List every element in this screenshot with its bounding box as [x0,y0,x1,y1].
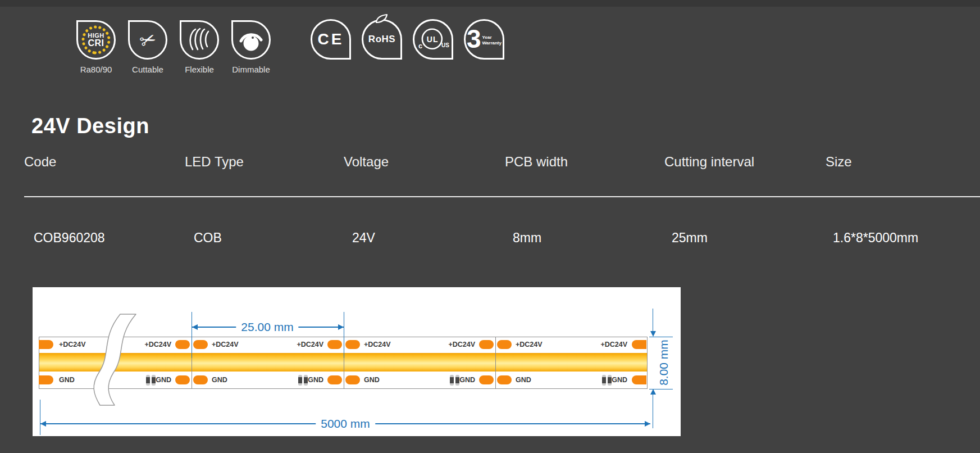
gnd-label: GND [212,376,227,384]
resistor-component [602,375,606,386]
gnd-label: GND [308,376,323,384]
dc24v-label: +DC24V [212,341,239,348]
page-title: 24V Design [31,114,149,138]
dc24v-label: +DC24V [144,341,171,348]
table-cell: 8mm [513,230,541,246]
solder-pad [193,375,208,384]
table-cell: 24V [352,230,375,246]
length-ext-left [40,400,40,435]
gnd-label: GND [59,376,75,384]
cul-listed-icon: c UL US [413,19,453,60]
column-header: Size [826,154,852,170]
resistor-component [608,375,612,386]
dc24v-label: +DC24V [448,341,475,348]
solder-pad [345,375,360,384]
column-header: PCB width [505,154,568,170]
feature-dimmable: Dimmable [231,20,271,74]
width-dimension-label: 8.00 mm [657,339,671,386]
gnd-label: GND [459,376,475,384]
dc24v-label: +DC24V [59,341,86,348]
resistor-component [146,375,150,386]
column-header: Code [24,154,56,170]
resistor-component [298,375,302,386]
feature-cuttable: ✂ Cuttable [128,20,167,74]
cri-badge-line2: CRI [88,39,104,48]
solder-pad [193,340,208,349]
table-cell: COB960208 [34,230,105,246]
width-arrow-up [650,389,656,395]
dc24v-label: +DC24V [516,341,543,348]
resistor-component [304,375,308,386]
gnd-label: GND [612,376,627,384]
solder-pad [632,340,646,349]
feature-label: Ra80/90 [80,65,112,74]
gnd-label: GND [364,376,380,384]
cul-us: US [441,42,449,48]
solder-pad [479,340,494,349]
solder-pad [497,375,512,384]
rohs-text: RoHS [368,34,395,45]
resistor-component [152,375,156,386]
column-header: Voltage [344,154,389,170]
warranty-caption1: Year [482,35,502,40]
dim-arrow-right [338,324,344,330]
feature-label: Flexible [185,65,214,74]
table-cell: 1.6*8*5000mm [833,230,918,246]
gnd-label: GND [156,376,171,384]
solder-pad [327,340,342,349]
dim-ext-line [344,312,344,358]
solder-pad [632,375,646,384]
flexible-icon [180,20,219,60]
width-dim-line-top [653,309,653,332]
dc24v-label: +DC24V [364,341,391,348]
solder-pad [479,375,494,384]
resistor-component [455,375,459,386]
cut-dimension-label: 25.00 mm [236,320,298,334]
table-divider [24,196,980,197]
ce-mark-icon: CE [311,19,351,60]
table-cell: 25mm [672,230,708,246]
dim-ext-line [192,312,192,358]
cut-line [495,337,496,389]
cul-ul: UL [427,35,439,44]
dc24v-label: +DC24V [600,341,627,348]
length-arrow-left [40,421,46,427]
column-header: LED Type [185,154,244,170]
solder-pad [39,340,53,349]
length-dimension-label: 5000 mm [316,417,375,431]
width-dim-line-bottom [653,395,653,428]
solder-pad [39,375,53,384]
width-tick-top [649,337,673,337]
certification-icon-row: CE RoHS c UL US 3 Year Warranty [311,19,504,60]
solder-pad [175,340,190,349]
rohs-icon: RoHS [362,19,402,60]
top-edge-bar [0,0,980,7]
solder-pad [345,340,360,349]
dim-arrow-left [192,324,198,330]
solder-pad [327,375,342,384]
warranty-icon: 3 Year Warranty [464,19,504,60]
high-cri-icon: HIGH CRI [76,20,116,60]
dc24v-label: +DC24V [297,341,323,348]
solder-pad [175,375,190,384]
resistor-component [450,375,454,386]
strip-diagram: +DC24V+DC24V+DC24V+DC24V+DC24V+DC24V+DC2… [33,287,681,436]
ce-text: CE [318,30,344,48]
feature-label: Dimmable [232,65,270,74]
cri-badge-line1: HIGH [88,33,104,39]
feature-icon-row: HIGH CRI Ra80/90 ✂ Cuttable Flexible [76,20,271,74]
table-cell: COB [194,230,222,246]
leaf-icon [375,13,389,24]
feature-flexible: Flexible [180,20,219,74]
cuttable-icon: ✂ [128,20,167,60]
feature-label: Cuttable [132,65,163,74]
length-arrow-right [645,421,650,427]
feature-high-cri: HIGH CRI Ra80/90 [76,20,116,74]
solder-pad [497,340,512,349]
dimmable-icon [231,20,271,60]
width-arrow-down [650,331,656,337]
column-header: Cutting interval [664,154,754,170]
warranty-years: 3 [467,28,481,50]
warranty-caption2: Warranty [482,40,502,46]
gnd-label: GND [516,376,531,384]
